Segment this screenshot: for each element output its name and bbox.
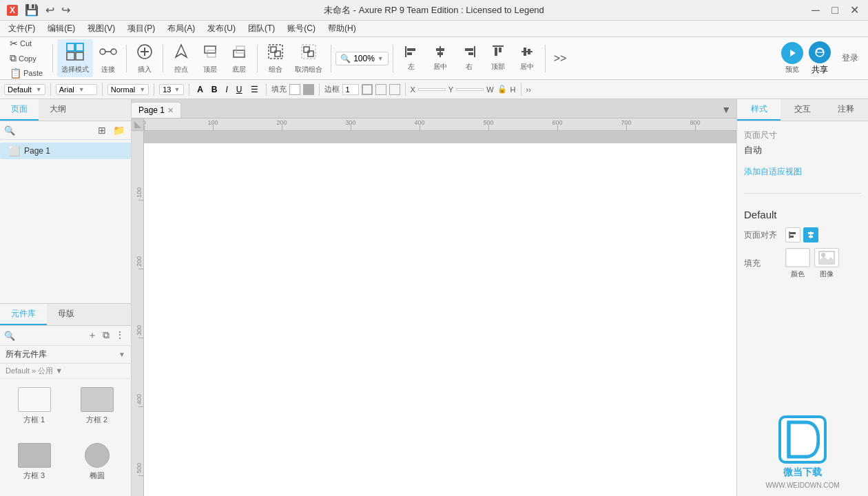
copy-button[interactable]: ⧉ Copy	[7, 51, 45, 65]
lock-icon[interactable]: 🔓	[497, 84, 508, 95]
tab-masters[interactable]: 母版	[47, 304, 85, 325]
undo-icon[interactable]: ↩	[44, 2, 56, 18]
bottom-icon	[229, 42, 249, 63]
format-bar: Default ▼ Arial ▼ Normal ▼ 13 ▼ A B I U …	[0, 80, 868, 99]
login-button[interactable]: 登录	[836, 50, 864, 67]
bold-button[interactable]: A	[194, 84, 206, 95]
align-center-button[interactable]: 居中	[426, 42, 454, 74]
fill-image-option[interactable]: 图像	[814, 248, 839, 279]
save-icon[interactable]: 💾	[23, 2, 40, 18]
tab-interact[interactable]: 交互	[781, 99, 824, 121]
border-value-input[interactable]: 1	[342, 84, 359, 95]
more-format-button[interactable]: ››	[526, 85, 531, 94]
point-button[interactable]: 控点	[167, 39, 195, 77]
tab-style[interactable]: 样式	[737, 99, 781, 121]
align-right-button[interactable]: 右	[455, 42, 483, 74]
add-page-button[interactable]: ⊞	[96, 124, 108, 136]
menu-team[interactable]: 团队(T)	[242, 21, 280, 36]
border-swatch1[interactable]	[362, 84, 373, 95]
folder-button[interactable]: 📁	[111, 124, 127, 136]
comp-item-box1[interactable]: 方框 1	[6, 384, 63, 435]
format-sep5	[266, 83, 267, 96]
comp-shape-ellipse	[85, 443, 110, 468]
menu-account[interactable]: 账号(C)	[282, 21, 321, 36]
ruler-vertical: 100 200 300 400 500	[132, 118, 144, 496]
svg-rect-32	[495, 48, 497, 56]
comp-dropdown[interactable]: 所有元件库 ▼	[0, 346, 131, 364]
menu-file[interactable]: 文件(F)	[3, 21, 41, 36]
top-button[interactable]: 顶层	[196, 39, 224, 77]
border-swatch3[interactable]	[389, 84, 400, 95]
svg-rect-23	[407, 48, 415, 51]
weight-dropdown[interactable]: Normal ▼	[107, 84, 149, 95]
align-middle-icon	[520, 45, 534, 61]
comp-item-box2[interactable]: 方框 2	[68, 384, 125, 435]
align-left-button[interactable]: 左	[397, 42, 425, 74]
group-button[interactable]: 组合	[262, 39, 289, 77]
paste-button[interactable]: 📋 Paste	[7, 66, 45, 80]
more-button[interactable]: >>	[550, 50, 571, 68]
connect-icon	[99, 42, 118, 63]
menu-layout[interactable]: 布局(A)	[162, 21, 200, 36]
comp-subtitle: Default » 公用 ▼	[0, 364, 131, 379]
menu-edit[interactable]: 编辑(E)	[42, 21, 81, 36]
border-swatch2[interactable]	[375, 84, 386, 95]
tab-outline[interactable]: 大纲	[39, 99, 77, 121]
canvas-tab-close[interactable]: ✕	[167, 106, 174, 115]
cut-button[interactable]: ✂ Cut	[7, 37, 45, 50]
connect-button[interactable]: 连接	[94, 39, 122, 77]
fill-swatch2[interactable]	[303, 84, 314, 95]
menu-publish[interactable]: 发布(U)	[202, 21, 241, 36]
tab-notes[interactable]: 注释	[825, 99, 868, 121]
share-button[interactable]: 共享	[809, 41, 831, 76]
tab-components[interactable]: 元件库	[0, 304, 47, 325]
tab-pages[interactable]: 页面	[0, 99, 39, 121]
redo-icon[interactable]: ↪	[60, 2, 72, 18]
list-button[interactable]: ☰	[248, 84, 261, 95]
fill-swatch1[interactable]	[289, 84, 300, 95]
canvas-wrapper[interactable]: 0 100 200 300 400 500 600 700 80	[132, 118, 736, 496]
canvas-tab-page1[interactable]: Page 1 ✕	[132, 102, 181, 118]
align-top-button[interactable]: 顶部	[484, 42, 512, 74]
add-adaptive-link[interactable]: 添加自适应视图	[744, 166, 861, 178]
minimize-button[interactable]: ─	[807, 2, 824, 19]
format-sep3	[154, 83, 154, 96]
insert-button[interactable]: 插入	[131, 39, 158, 77]
italic-button[interactable]: I	[223, 84, 231, 95]
search-icon: 🔍	[4, 125, 15, 136]
menu-view[interactable]: 视图(V)	[82, 21, 121, 36]
bold-b-button[interactable]: B	[209, 84, 220, 95]
maximize-button[interactable]: □	[827, 2, 843, 19]
menu-project[interactable]: 项目(P)	[122, 21, 161, 36]
comp-copy-button[interactable]: ⧉	[101, 329, 112, 342]
y-input[interactable]	[456, 88, 484, 91]
align-center-icon	[433, 45, 447, 61]
preview-button[interactable]: 预览	[781, 42, 803, 74]
size-dropdown[interactable]: 13 ▼	[159, 84, 184, 95]
comp-add-button[interactable]: ＋	[85, 329, 99, 342]
ungroup-button[interactable]: 取消组合	[291, 39, 327, 77]
fill-row: 填充 颜色	[744, 248, 861, 279]
canvas[interactable]	[144, 143, 736, 496]
zoom-control[interactable]: 🔍 100% ▼	[335, 52, 389, 65]
bottom-button[interactable]: 底层	[225, 39, 253, 77]
bottom-label: 底层	[232, 65, 246, 74]
comp-more-button[interactable]: ⋮	[113, 329, 127, 342]
tab-dropdown-button[interactable]: ▼	[716, 101, 736, 118]
align-middle-button[interactable]: 居中	[513, 42, 541, 74]
comp-item-ellipse[interactable]: 椭圆	[68, 440, 125, 490]
comp-item-box3[interactable]: 方框 3	[6, 440, 63, 490]
style-dropdown[interactable]: Default ▼	[4, 84, 45, 95]
underline-button[interactable]: U	[234, 84, 245, 95]
svg-rect-4	[67, 52, 74, 60]
close-button[interactable]: ✕	[846, 2, 862, 19]
fill-color-option[interactable]: 颜色	[785, 248, 810, 279]
menu-help[interactable]: 帮助(H)	[322, 21, 362, 36]
border-label: 边框	[324, 84, 340, 94]
x-input[interactable]	[418, 88, 446, 91]
align-left-prop-button[interactable]	[785, 227, 800, 242]
font-dropdown[interactable]: Arial ▼	[56, 84, 97, 95]
align-center-prop-button[interactable]	[803, 227, 818, 242]
select-mode-button[interactable]: 选择模式	[57, 39, 93, 77]
page-item[interactable]: ⬜ Page 1	[0, 143, 131, 159]
